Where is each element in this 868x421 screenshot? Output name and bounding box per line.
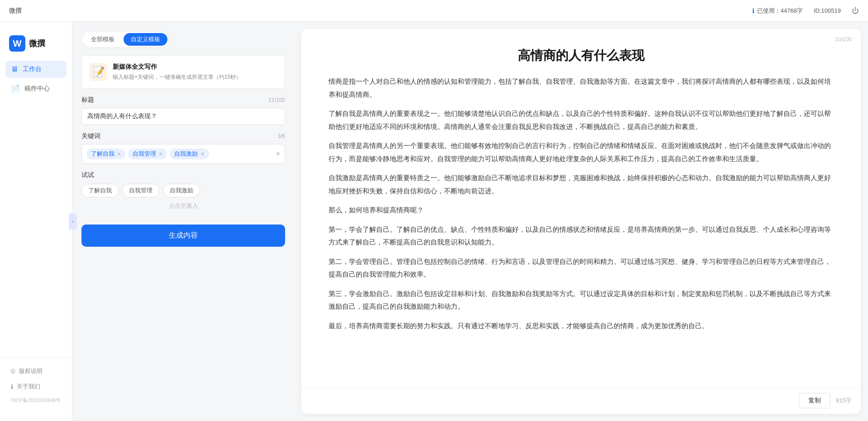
try-label: 试试 [81,171,285,179]
sidebar-nav: 🖥 工作台 📄 稿件中心 [0,61,72,358]
header: 微撰 ℹ 已使用：44768字 ID:100519 ⏻ [0,0,868,22]
title-count: 11/100 [268,97,285,103]
sidebar-bottom-label: 版权说明 [19,367,43,375]
title-input[interactable] [81,108,285,125]
try-section: 试试 了解自我 自我管理 自我激励 点击空素入 [81,171,285,210]
info-icon: ℹ [752,7,754,14]
paragraph-2: 自我管理是高情商人的另一个重要表现。他们能够有效地控制自己的言行和行为，控制自己… [329,139,834,165]
tab-all-templates[interactable]: 全部模板 [84,33,122,46]
keywords-label-row: 关键词 3/6 [81,132,285,140]
keyword-label-1: 自我管理 [133,150,156,158]
paragraph-0: 情商是指一个人对自己和他人的情感的认知和管理能力，包括了解自我、自我管理、自我激… [329,75,834,101]
template-card[interactable]: 📝 新媒体全文写作 输入标题+关键词，一键准确生成所需文章（约15秒） [81,55,285,89]
keyword-tag-1[interactable]: 自我管理 × [128,148,167,159]
left-panel: 全部模板 自定义模板 📝 新媒体全文写作 输入标题+关键词，一键准确生成所需文章… [72,22,294,421]
copyright-icon: © [11,368,15,375]
sidebar-bottom-label: 关于我们 [17,383,40,391]
sidebar-bottom: © 版权说明 ℹ 关于我们 ©ICP备2022016946号 [0,358,72,412]
template-info: 新媒体全文写作 输入标题+关键词，一键准确生成所需文章（约15秒） [113,63,277,81]
logo: W 微撰 [0,31,72,61]
keyword-label-2: 自我激励 [174,150,198,158]
keywords-count: 3/6 [277,133,285,139]
header-title: 微撰 [9,7,22,15]
keyword-label-0: 了解自我 [91,150,114,158]
keyword-remove-1[interactable]: × [159,150,162,158]
sidebar-item-drafts[interactable]: 📄 稿件中心 [5,80,67,97]
paragraph-5: 第一，学会了解自己。了解自己的优点、缺点、个性特质和偏好，以及自己的情感状态和情… [329,223,834,249]
generate-button[interactable]: 生成内容 [81,225,285,247]
sidebar-item-label: 稿件中心 [24,85,50,93]
keyword-tag-0[interactable]: 了解自我 × [86,148,125,159]
template-desc: 输入标题+关键词，一键准确生成所需文章（约15秒） [113,73,277,81]
paragraph-4: 那么，如何培养和提高情商呢？ [329,204,834,217]
logo-icon: W [9,35,25,52]
keywords-label: 关键词 [81,132,100,140]
keywords-clear-button[interactable]: × [276,150,280,158]
keywords-section: 关键词 3/6 了解自我 × 自我管理 × 自我激励 × × [81,132,285,164]
power-icon[interactable]: ⏻ [852,7,859,15]
keywords-box: 了解自我 × 自我管理 × 自我激励 × × [81,144,285,164]
document-icon: 📄 [11,84,20,93]
id-label: ID:100519 [814,7,841,14]
try-hint: 点击空素入 [81,202,285,210]
content-title: 高情商的人有什么表现 [329,47,834,64]
content-body: 情商是指一个人对自己和他人的情感的认知和管理能力，包括了解自我、自我管理、自我激… [329,75,834,332]
title-section: 标题 11/100 [81,96,285,125]
page-count: 10/100 [835,36,852,43]
template-card-icon: 📝 [89,63,107,81]
title-label: 标题 [81,96,94,104]
usage-label: 已使用：44768字 [757,7,803,15]
icp-text: ©ICP备2022016946号 [5,394,67,407]
paragraph-6: 第二，学会管理自己。管理自己包括控制自己的情绪、行为和言语，以及管理自己的时间和… [329,255,834,281]
keyword-remove-2[interactable]: × [200,150,204,158]
sidebar-wrapper: W 微撰 🖥 工作台 📄 稿件中心 © 版权说明 [0,22,72,421]
suggestion-tag-0[interactable]: 了解自我 [81,184,119,197]
paragraph-8: 最后，培养高情商需要长期的努力和实践。只有通过不断地学习、反思和实践，才能够提高… [329,320,834,333]
header-right: ℹ 已使用：44768字 ID:100519 ⏻ [752,7,859,15]
sidebar-item-workbench[interactable]: 🖥 工作台 [5,61,67,78]
keyword-tag-2[interactable]: 自我激励 × [170,148,209,159]
desktop-icon: 🖥 [11,65,18,73]
content-footer: 复制 815字 [301,387,861,414]
usage-info: ℹ 已使用：44768字 [752,7,803,15]
sidebar-item-copyright[interactable]: © 版权说明 [5,364,67,379]
collapse-sidebar-button[interactable]: ‹ [69,213,77,230]
info-circle-icon: ℹ [11,383,13,390]
title-label-row: 标题 11/100 [81,96,285,104]
sidebar-item-label: 工作台 [23,65,42,73]
suggestion-tag-1[interactable]: 自我管理 [122,184,159,197]
tab-custom-templates[interactable]: 自定义模板 [124,33,167,46]
template-tabs: 全部模板 自定义模板 [81,31,170,48]
paragraph-3: 自我激励是高情商人的重要特质之一。他们能够激励自己不断地追求目标和梦想，克服困难… [329,172,834,197]
main-container: W 微撰 🖥 工作台 📄 稿件中心 © 版权说明 [0,22,868,421]
logo-text: 微撰 [29,38,45,49]
keyword-remove-0[interactable]: × [117,150,121,158]
sidebar-item-about[interactable]: ℹ 关于我们 [5,379,67,394]
copy-button[interactable]: 复制 [799,393,830,408]
sidebar: W 微撰 🖥 工作台 📄 稿件中心 © 版权说明 [0,22,72,421]
content-area: 10/100 高情商的人有什么表现 情商是指一个人对自己和他人的情感的认知和管理… [301,29,861,387]
suggestions: 了解自我 自我管理 自我激励 [81,184,285,197]
right-panel: 10/100 高情商的人有什么表现 情商是指一个人对自己和他人的情感的认知和管理… [301,29,861,414]
word-count: 815字 [836,397,852,405]
paragraph-7: 第三，学会激励自己。激励自己包括设定目标和计划、自我激励和自我奖励等方式。可以通… [329,287,834,313]
template-name: 新媒体全文写作 [113,63,277,71]
paragraph-1: 了解自我是高情商人的重要表现之一。他们能够清楚地认识自己的优点和缺点，以及自己的… [329,107,834,133]
suggestion-tag-2[interactable]: 自我激励 [163,184,200,197]
header-left: 微撰 [9,7,22,15]
